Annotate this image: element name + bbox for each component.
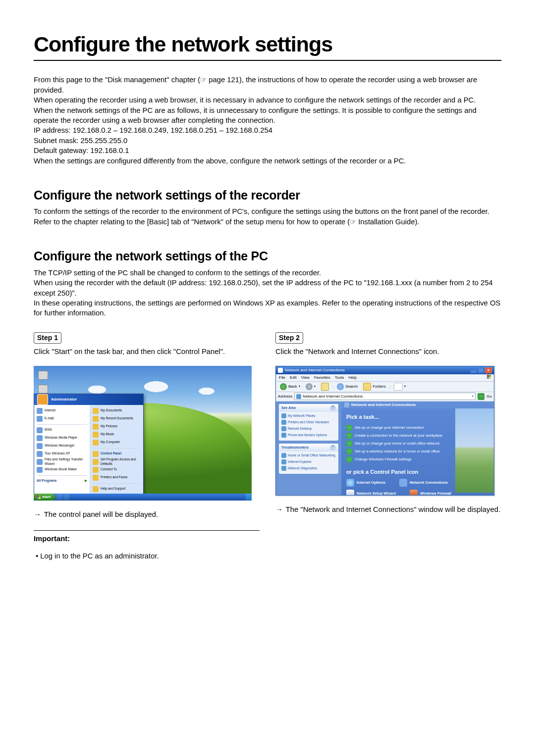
recycle-bin-icon[interactable] [38, 371, 49, 380]
menu-help[interactable]: Help [348, 375, 356, 380]
window-title: Network and Internet Connections [285, 367, 345, 373]
start-item-label: Files and Settings Transfer Wizard [45, 457, 87, 466]
start-item-wmp[interactable]: Windows Media Player [34, 434, 90, 442]
start-item-help[interactable]: Help and Support [90, 485, 143, 493]
start-item-label: My Music [101, 432, 114, 437]
start-item-internet[interactable]: Internet [34, 407, 90, 415]
windows-flag-icon [487, 375, 491, 380]
task-setup-internet[interactable]: →Set up or change your Internet connecti… [346, 424, 489, 432]
arrow-right-icon: → [275, 504, 283, 514]
start-item-control-panel[interactable]: Control Panel [90, 450, 143, 458]
start-item-printers[interactable]: Printers and Faxes [90, 474, 143, 482]
sidebar-panel-heading: Troubleshooters [281, 445, 309, 450]
views-button[interactable]: ▾ [392, 382, 408, 391]
task-workplace-connection[interactable]: →Create a connection to the network at y… [346, 432, 489, 440]
start-item-msn[interactable]: MSN [34, 426, 90, 434]
section1-p2: Refer to the chapter relating to the [Ba… [34, 217, 501, 227]
task-label: Set up or change your Internet connectio… [355, 425, 424, 430]
start-item-label: Help and Support [101, 487, 126, 491]
task-home-network[interactable]: →Set up or change your home or small off… [346, 440, 489, 448]
go-button[interactable]: → [478, 393, 484, 400]
maximize-button[interactable]: □ [478, 367, 484, 373]
start-item-connect[interactable]: Connect To [90, 466, 143, 474]
menu-view[interactable]: View [301, 375, 310, 380]
task-wireless-network[interactable]: →Set up a wireless network for a home or… [346, 448, 489, 455]
cp-icon-network-connections[interactable]: Network Connections [399, 479, 448, 487]
start-item-tour[interactable]: Tour Windows XP [34, 450, 90, 458]
start-item-messenger[interactable]: Windows Messenger [34, 442, 90, 450]
start-item-mydocs[interactable]: My Documents [90, 407, 143, 415]
chevron-right-icon: ▶ [85, 479, 87, 483]
sidebar-link-netdiag[interactable]: Network Diagnostics [281, 465, 336, 472]
sidebar-panel-see-also: See Also˄ My Network Places Printers and… [279, 404, 338, 441]
menu-edit[interactable]: Edit [290, 375, 297, 380]
start-item-label: My Documents [101, 408, 122, 413]
intro-gateway: Default gateway: 192.168.0.1 [34, 146, 501, 155]
search-button[interactable]: Search [335, 383, 360, 391]
start-button[interactable]: start [34, 494, 55, 501]
screenshot-network-connections-window: Network and Internet Connections _ □ × F… [275, 366, 494, 496]
close-button[interactable]: × [485, 367, 492, 373]
sidebar-link-mynetworkplaces[interactable]: My Network Places [281, 413, 336, 419]
section2-heading: Configure the network settings of the PC [34, 248, 501, 265]
sidebar-link-homenetwork[interactable]: Home or Small Office Networking [281, 453, 336, 459]
chevron-down-icon[interactable]: ▾ [472, 394, 474, 398]
step2-result: The "Network and Internet Connections" w… [286, 504, 500, 514]
sidebar-link-remotedesktop[interactable]: Remote Desktop [281, 426, 336, 432]
category-icon [344, 403, 349, 407]
system-tray[interactable] [246, 494, 252, 501]
page-number: 74 [67, 754, 77, 756]
folders-button[interactable]: Folders [361, 382, 388, 391]
important-heading: Important: [34, 534, 260, 544]
start-item-label: Connect To [101, 467, 117, 472]
desktop-shortcut-icon[interactable] [38, 385, 49, 394]
cp-icon-network-setup-wizard[interactable]: Network Setup Wizard [346, 490, 396, 495]
sidebar-panel-troubleshooters: Troubleshooters˄ Home or Small Office Ne… [279, 444, 338, 474]
up-button[interactable] [319, 382, 331, 391]
minimize-button[interactable]: _ [470, 367, 477, 373]
pick-icon-heading: or pick a Control Panel icon [346, 468, 489, 476]
sidebar-link-ie[interactable]: Internet Explorer [281, 459, 336, 465]
sidebar-link-label: Internet Explorer [288, 460, 312, 463]
start-item-label: Set Program Access and Defaults [101, 457, 141, 466]
back-button[interactable]: Back▾ [278, 383, 302, 391]
menu-tools[interactable]: Tools [335, 375, 344, 380]
task-firewall-settings[interactable]: →Change Windows Firewall settings [346, 455, 489, 463]
start-item-music[interactable]: My Music [90, 431, 143, 439]
collapse-icon[interactable]: ˄ [330, 405, 336, 411]
address-field[interactable]: Network and Internet Connections ▾ [294, 393, 476, 400]
cp-icon-internet-options[interactable]: Internet Options [346, 479, 385, 487]
task-arrow-icon: → [346, 433, 352, 439]
search-icon [337, 383, 344, 390]
menu-file[interactable]: File [279, 375, 285, 380]
taskbar-item[interactable] [63, 494, 69, 500]
sidebar-link-phonemodem[interactable]: Phone and Modem Options [281, 432, 336, 439]
start-item-fstw[interactable]: Files and Settings Transfer Wizard [34, 458, 90, 466]
taskbar: start [34, 494, 252, 501]
task-label: Create a connection to the network at yo… [355, 433, 442, 438]
start-item-mycomputer[interactable]: My Computer [90, 439, 143, 447]
cp-icon-windows-firewall[interactable]: Windows Firewall [410, 490, 451, 495]
sidebar-link-printers[interactable]: Printers and Other Hardware [281, 419, 336, 426]
views-icon [394, 383, 403, 391]
sidebar-link-label: My Network Places [288, 414, 316, 417]
step1-text: Click "Start" on the task bar, and then … [34, 347, 260, 356]
toolbar: Back▾ ▾ | Search Folders | ▾ [276, 382, 494, 392]
start-item-spa[interactable]: Set Program Access and Defaults [90, 458, 143, 466]
collapse-icon[interactable]: ˄ [330, 445, 336, 451]
start-item-pictures[interactable]: My Pictures [90, 423, 143, 431]
start-menu: Administrator Internet E-mail MSN Window… [34, 394, 144, 494]
start-item-all-programs[interactable]: All Programs▶ [34, 477, 90, 485]
menu-favorites[interactable]: Favorites [314, 375, 330, 380]
start-item-moviemaker[interactable]: Windows Movie Maker [34, 466, 90, 474]
start-item-recent[interactable]: My Recent Documents [90, 415, 143, 423]
section1-heading: Configure the network settings of the re… [34, 187, 501, 204]
taskbar-item[interactable] [56, 494, 62, 500]
forward-button[interactable]: ▾ [304, 383, 318, 391]
sidebar-link-label: Remote Desktop [288, 427, 312, 430]
section2-p2: When using the recorder with the default… [34, 278, 501, 298]
cp-icon-label: Network Setup Wizard [357, 491, 396, 495]
section2-body: The TCP/IP setting of the PC shall be ch… [34, 268, 501, 318]
start-item-email[interactable]: E-mail [34, 415, 90, 423]
screenshot-xp-desktop: Administrator Internet E-mail MSN Window… [34, 366, 252, 501]
